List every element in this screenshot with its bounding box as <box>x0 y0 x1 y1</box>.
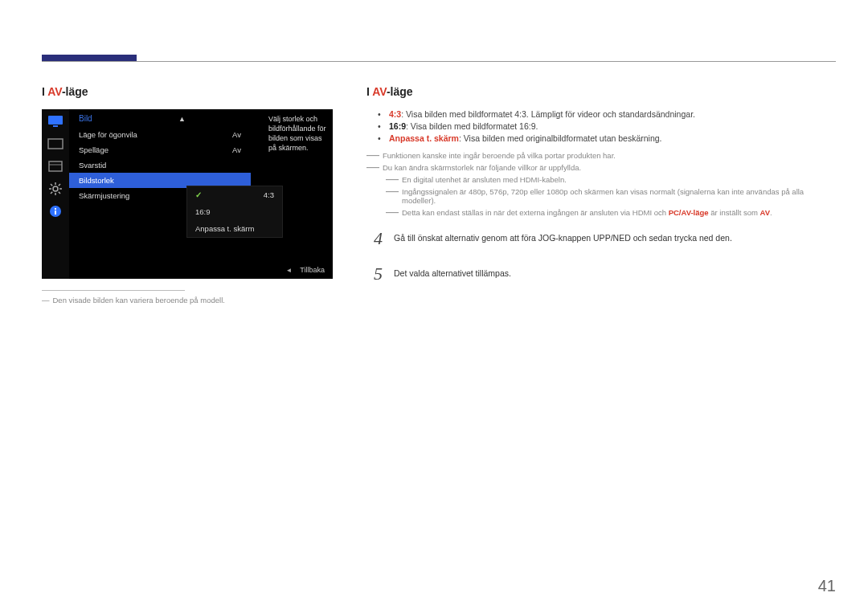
svg-rect-15 <box>55 210 56 215</box>
note-text: Funktionen kanske inte ingår beroende på… <box>383 151 616 160</box>
box-icon <box>47 159 64 174</box>
osd-row-value: Av <box>232 145 241 154</box>
check-icon: ✓ <box>195 190 202 199</box>
osd-row-value: Av <box>232 130 241 139</box>
triangle-left-icon: ◄ <box>285 267 292 274</box>
bullet-lead: 16:9 <box>389 121 406 131</box>
bullet-lead: 4:3 <box>389 109 401 119</box>
osd-row[interactable]: Läge för ögonvilaAv <box>69 127 251 142</box>
svg-line-10 <box>51 184 52 186</box>
header-rule <box>42 47 836 69</box>
bullet-lead: Anpassa t. skärm <box>389 133 459 143</box>
osd-sub-row[interactable]: 16:9 <box>187 203 282 220</box>
footnote-rule <box>42 290 185 291</box>
note-text: Detta kan endast ställas in när det exte… <box>402 208 772 217</box>
osd-row[interactable]: SpellägeAv <box>69 142 251 157</box>
note-line: ―En digital utenhet är ansluten med HDMI… <box>386 175 836 184</box>
bullet-text: : Visa bilden med originalbildformatet u… <box>459 133 662 143</box>
osd-row-label: Spelläge <box>79 145 108 154</box>
osd-sub-row[interactable]: Anpassa t. skärm <box>187 220 282 237</box>
step-number: 5 <box>366 264 383 284</box>
bullet-text: : Visa bilden med bildformatet 16:9. <box>406 121 538 131</box>
section-heading-left: I AV-läge <box>42 85 339 98</box>
osd-footer: ◄ Tillbaka <box>285 266 325 274</box>
note-text: Du kan ändra skärmstorlek när följande v… <box>383 163 581 172</box>
osd-sub-label: Anpassa t. skärm <box>195 224 254 233</box>
svg-rect-3 <box>49 161 62 171</box>
osd-row-label: Svarstid <box>79 161 106 170</box>
step-item: 5 Det valda alternativet tillämpas. <box>366 264 836 284</box>
osd-row-label: Läge för ögonvila <box>79 130 137 139</box>
osd-sub-label: 4:3 <box>264 190 274 199</box>
bullet-item: 4:3: Visa bilden med bildformatet 4:3. L… <box>378 109 836 119</box>
svg-rect-1 <box>53 125 58 127</box>
bullet-list: 4:3: Visa bilden med bildformatet 4:3. L… <box>378 109 836 143</box>
svg-rect-16 <box>55 208 56 210</box>
osd-row-label: Skärmjustering <box>79 191 129 200</box>
heading-suffix: -läge <box>62 85 88 98</box>
section-heading-right: I AV-läge <box>366 85 836 98</box>
bullet-item: Anpassa t. skärm: Visa bilden med origin… <box>378 133 836 143</box>
svg-line-12 <box>51 192 52 194</box>
step-text: Det valda alternativet tillämpas. <box>394 264 511 278</box>
footnote-text: Den visade bilden kan variera beroende p… <box>53 296 225 304</box>
osd-back-label[interactable]: Tillbaka <box>300 266 325 274</box>
osd-submenu: ✓4:3 16:9 Anpassa t. skärm <box>186 186 283 238</box>
step-text: Gå till önskat alternativ genom att föra… <box>394 228 732 243</box>
rect-icon <box>47 137 64 151</box>
heading-accent: AV <box>372 85 387 98</box>
osd-row[interactable]: Svarstid <box>69 157 251 173</box>
svg-rect-2 <box>48 139 63 149</box>
osd-sub-label: 16:9 <box>195 207 211 216</box>
arrow-up-icon: ▲ <box>178 115 186 123</box>
bullet-text: : Visa bilden med bildformatet 4:3. Lämp… <box>401 109 695 119</box>
note-line: ―Detta kan endast ställas in när det ext… <box>386 208 836 217</box>
osd-row-label: Bildstorlek <box>79 176 114 185</box>
gear-icon <box>47 182 64 196</box>
note-line: ―Funktionen kanske inte ingår beroende p… <box>366 151 836 160</box>
svg-point-5 <box>53 186 58 191</box>
bullet-item: 16:9: Visa bilden med bildformatet 16:9. <box>378 121 836 131</box>
svg-rect-0 <box>48 116 63 125</box>
osd-screenshot: Bild ▲ Läge för ögonvilaAv SpellägeAv Sv… <box>42 109 333 279</box>
monitor-icon <box>47 114 64 129</box>
osd-sidebar <box>42 109 69 279</box>
osd-help-text: Välj storlek och bildförhållande för bil… <box>262 109 333 158</box>
note-text: Ingångssignalen är 480p, 576p, 720p elle… <box>402 187 836 205</box>
footnote: ―Den visade bilden kan variera beroende … <box>42 296 339 304</box>
note-text: En digital utenhet är ansluten med HDMI-… <box>402 175 567 184</box>
page-number: 41 <box>818 577 836 595</box>
note-line: ―Du kan ändra skärmstorlek när följande … <box>366 163 836 172</box>
note-line: ―Ingångssignalen är 480p, 576p, 720p ell… <box>386 187 836 205</box>
heading-suffix: -läge <box>387 85 413 98</box>
step-item: 4 Gå till önskat alternativ genom att fö… <box>366 228 836 249</box>
svg-line-11 <box>59 192 60 194</box>
info-icon <box>47 204 64 219</box>
svg-line-13 <box>59 184 60 186</box>
osd-sub-row-selected[interactable]: ✓4:3 <box>187 186 282 203</box>
heading-accent: AV <box>47 85 62 98</box>
step-number: 4 <box>366 228 383 249</box>
